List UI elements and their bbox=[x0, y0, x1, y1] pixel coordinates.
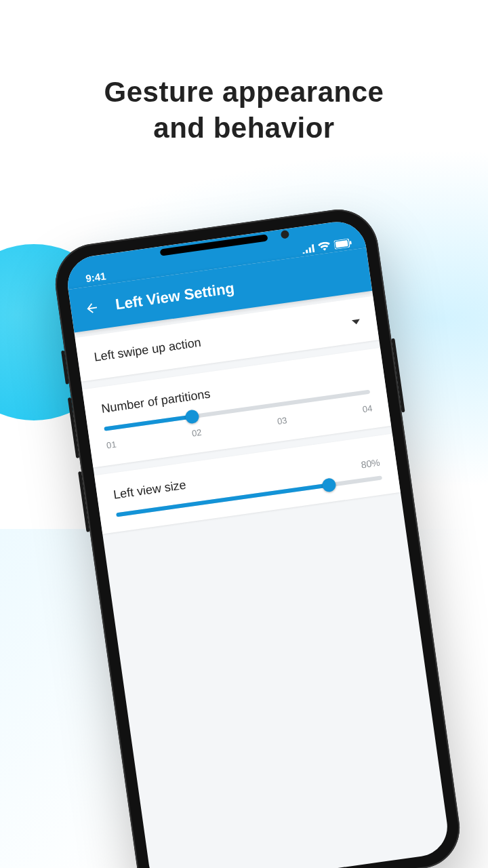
back-icon[interactable] bbox=[83, 300, 100, 317]
partition-mark: 03 bbox=[277, 415, 287, 427]
partition-mark: 01 bbox=[106, 439, 117, 450]
signal-icon bbox=[302, 244, 314, 254]
battery-icon bbox=[333, 238, 352, 249]
page-title: Left View Setting bbox=[115, 279, 236, 313]
view-size-slider-thumb[interactable] bbox=[321, 477, 337, 493]
partition-mark: 04 bbox=[362, 403, 373, 414]
phone-side-button bbox=[78, 471, 89, 532]
partitions-slider-fill bbox=[104, 415, 192, 431]
wifi-icon bbox=[318, 241, 331, 252]
partitions-slider-thumb[interactable] bbox=[184, 409, 200, 425]
swipe-up-label: Left swipe up action bbox=[93, 336, 201, 365]
svg-rect-1 bbox=[336, 240, 348, 248]
headline-line-1: Gesture appearance bbox=[104, 76, 384, 108]
partition-mark: 02 bbox=[191, 427, 202, 439]
chevron-down-icon bbox=[352, 319, 361, 326]
settings-content: Left swipe up action Number of partition… bbox=[75, 296, 401, 534]
svg-rect-2 bbox=[350, 241, 352, 244]
status-time: 9:41 bbox=[85, 270, 106, 284]
marketing-headline: Gesture appearance and behavior bbox=[0, 75, 488, 146]
headline-line-2: and behavior bbox=[153, 112, 334, 144]
view-size-value: 80% bbox=[361, 457, 381, 471]
